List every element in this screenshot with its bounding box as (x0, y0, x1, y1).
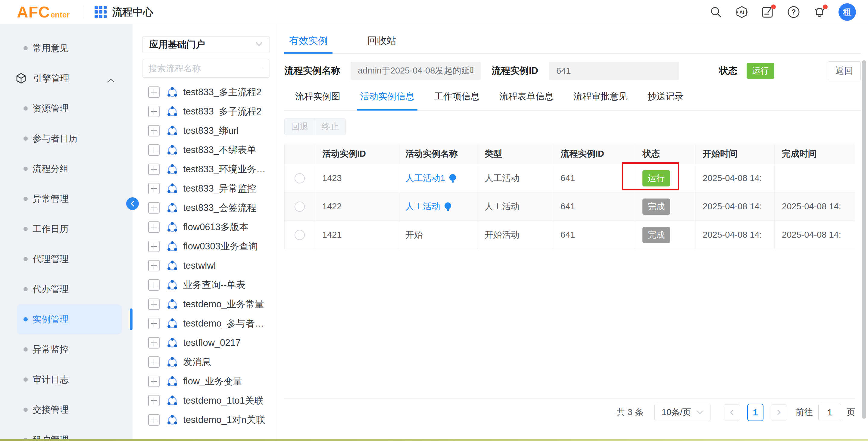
sidebar-collapse-button[interactable] (126, 197, 139, 210)
expand-plus-icon[interactable] (148, 298, 160, 310)
tree-item[interactable]: 业务查询--单表 (142, 275, 268, 294)
tab-process-instance-diagram[interactable]: 流程实例图 (295, 90, 340, 110)
bullet-dot-icon (24, 347, 28, 351)
row-radio-button[interactable] (294, 201, 305, 212)
sidebar-item-instance-management[interactable]: 实例管理 (17, 304, 122, 334)
sidebar-item-common-opinions[interactable]: 常用意见 (0, 33, 132, 63)
expand-plus-icon[interactable] (148, 144, 160, 156)
search-icon[interactable] (709, 5, 723, 19)
cell-activity-id: 1421 (315, 221, 398, 249)
expand-plus-icon[interactable] (148, 337, 160, 349)
next-page-button[interactable] (771, 404, 787, 420)
app-grid-icon[interactable] (95, 6, 106, 18)
tree-item[interactable]: test833_不绑表单 (142, 140, 268, 160)
page-size-select[interactable]: 10条/页 (654, 404, 711, 421)
process-search-input[interactable] (149, 64, 262, 73)
expand-plus-icon[interactable] (148, 202, 160, 214)
sidebar-item-exception-management[interactable]: 异常管理 (0, 184, 132, 214)
expand-plus-icon[interactable] (148, 376, 160, 387)
sidebar-group-engine-management[interactable]: 引擎管理 (0, 63, 132, 93)
tree-item[interactable]: flow0613多版本 (142, 218, 268, 237)
expand-plus-icon[interactable] (148, 87, 160, 98)
row-radio-button[interactable] (294, 173, 305, 184)
sidebar-item-label: 审计日志 (33, 374, 69, 386)
expand-plus-icon[interactable] (148, 241, 160, 252)
row-radio-button[interactable] (294, 230, 305, 240)
activity-name-link[interactable]: 人工活动 (405, 200, 452, 213)
sidebar-item-handover-management[interactable]: 交接管理 (0, 395, 132, 425)
page-number-1[interactable]: 1 (747, 404, 764, 421)
sidebar-item-label: 常用意见 (33, 42, 69, 55)
sidebar-item-audit-log[interactable]: 审计日志 (0, 365, 132, 395)
sidebar-item-work-calendar[interactable]: 工作日历 (0, 214, 132, 244)
page-size-value: 10条/页 (662, 406, 691, 418)
expand-plus-icon[interactable] (148, 395, 160, 406)
notifications-bell-icon[interactable] (813, 5, 827, 19)
tree-item[interactable]: test833_多子流程2 (142, 102, 268, 121)
tree-item-label: testwlwl (183, 260, 216, 271)
expand-plus-icon[interactable] (148, 183, 160, 194)
sidebar-item-participant-calendar[interactable]: 参与者日历 (0, 124, 132, 154)
sidebar-item-tenant-management[interactable]: 租户管理 (0, 425, 132, 441)
tree-item[interactable]: 发消息 (142, 352, 268, 372)
tab-valid-instances[interactable]: 有效实例 (284, 32, 333, 53)
expand-plus-icon[interactable] (148, 279, 160, 291)
tree-item[interactable]: testdemo_参与者规则 (142, 314, 268, 333)
expand-plus-icon[interactable] (148, 356, 160, 368)
activity-name-link[interactable]: 人工活动1 (405, 172, 457, 184)
tree-item[interactable]: test833_多主流程2 (142, 83, 268, 102)
expand-plus-icon[interactable] (148, 260, 160, 272)
help-icon[interactable]: ? (787, 5, 801, 19)
ai-assistant-icon[interactable]: AI (735, 5, 749, 19)
expand-plus-icon[interactable] (148, 221, 160, 233)
tree-item[interactable]: testflow_0217 (142, 333, 268, 352)
tree-item[interactable]: testdemo_1to1关联 (142, 391, 268, 410)
sidebar-item-agent-management[interactable]: 代理管理 (0, 244, 132, 274)
user-avatar[interactable]: 租 (838, 3, 856, 21)
goto-page-input[interactable] (818, 404, 841, 421)
detail-tabs: 流程实例图 活动实例信息 工作项信息 流程表单信息 流程审批意见 抄送记录 (284, 90, 861, 111)
expand-plus-icon[interactable] (148, 318, 160, 329)
tree-item[interactable]: flow0303业务查询 (142, 237, 268, 256)
compose-icon[interactable] (761, 5, 775, 19)
back-button[interactable]: 返回 (828, 61, 861, 80)
tab-process-form-info[interactable]: 流程表单信息 (499, 90, 554, 110)
app-root: AFC enter 流程中心 AI (0, 0, 868, 441)
tree-item[interactable]: testdemo_1对n关联 (142, 410, 268, 430)
tree-item[interactable]: flow_业务变量 (142, 372, 268, 391)
sidebar-item-process-group[interactable]: 流程分组 (0, 154, 132, 184)
activity-name-text: 人工活动 (405, 200, 440, 213)
previous-page-button[interactable] (724, 404, 740, 420)
application-select[interactable]: 应用基础门户 (142, 36, 270, 53)
tree-item[interactable]: test833_环境业务状... (142, 160, 268, 179)
filter-bar: 流程实例名称 流程实例ID 状态 运行 返回 (284, 61, 861, 80)
tree-item-label: test833_多子流程2 (183, 105, 261, 118)
tab-activity-instance-info[interactable]: 活动实例信息 (360, 90, 414, 110)
expand-plus-icon[interactable] (148, 164, 160, 175)
tree-item[interactable]: test833_会签流程 (142, 198, 268, 218)
cell-type: 开始活动 (477, 221, 553, 249)
sidebar-item-resource-management[interactable]: 资源管理 (0, 93, 132, 124)
process-instance-id-input[interactable] (549, 62, 679, 80)
process-instance-name-input[interactable] (350, 62, 481, 80)
sidebar-item-todo-management[interactable]: 代办管理 (0, 274, 132, 304)
bullet-dot-icon (24, 377, 28, 382)
tab-approval-opinions[interactable]: 流程审批意见 (574, 90, 628, 110)
workflow-icon (166, 183, 178, 195)
tree-item[interactable]: testdemo_业务常量 (142, 294, 268, 314)
vertical-scrollbar-thumb[interactable] (862, 60, 866, 419)
tree-item[interactable]: test833_绑url (142, 121, 268, 140)
rollback-button[interactable]: 回退 (284, 118, 315, 135)
tree-item[interactable]: test833_异常监控 (142, 179, 268, 198)
expand-plus-icon[interactable] (148, 106, 160, 117)
expand-plus-icon[interactable] (148, 414, 160, 426)
tab-cc-records[interactable]: 抄送记录 (648, 90, 684, 110)
tab-workitem-info[interactable]: 工作项信息 (434, 90, 479, 110)
expand-plus-icon[interactable] (148, 125, 160, 136)
svg-text:?: ? (792, 8, 796, 16)
tree-item[interactable]: testwlwl (142, 256, 268, 275)
sidebar-item-exception-monitor[interactable]: 异常监控 (0, 334, 132, 365)
tab-recycle-bin[interactable]: 回收站 (363, 32, 401, 53)
terminate-button[interactable]: 终止 (315, 118, 346, 135)
bullet-dot-icon (24, 227, 28, 231)
